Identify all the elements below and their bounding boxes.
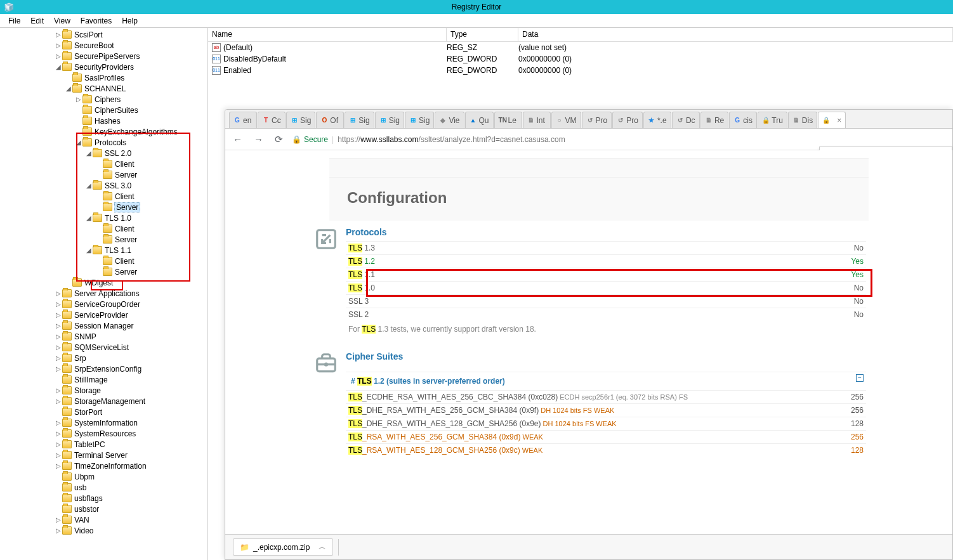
tree-item[interactable]: Hashes bbox=[1, 115, 207, 126]
registry-value-row[interactable]: 011Enabled REG_DWORD 0x00000000 (0) bbox=[208, 65, 953, 76]
tree-item[interactable]: ▷ ServiceGroupOrder bbox=[1, 299, 207, 309]
tree-item[interactable]: ▷ SNMP bbox=[1, 331, 207, 342]
tree-item[interactable]: ◢ TLS 1.1 bbox=[1, 245, 207, 256]
tree-item[interactable]: Client bbox=[1, 191, 207, 202]
tree-item[interactable]: Server bbox=[1, 169, 207, 180]
header-type[interactable]: Type bbox=[447, 28, 518, 41]
tree-item[interactable]: ▷ SystemInformation bbox=[1, 417, 207, 428]
tree-item[interactable]: StorPort bbox=[1, 407, 207, 417]
tree-item[interactable]: ◢ SCHANNEL bbox=[1, 83, 207, 94]
browser-tab[interactable]: ⊞ Sig bbox=[405, 112, 434, 128]
download-item[interactable]: 📁 _.epicxp.com.zip ︿ bbox=[233, 538, 333, 556]
url-bar[interactable]: 🔒 Secure | https://www.ssllabs.com/sslte… bbox=[292, 134, 947, 144]
tree-item[interactable]: Server bbox=[1, 202, 207, 212]
tree-item[interactable]: usbstor bbox=[1, 504, 207, 514]
registry-value-row[interactable]: ab(Default) REG_SZ (value not set) bbox=[208, 42, 953, 53]
expand-toggle[interactable]: ▷ bbox=[55, 311, 62, 318]
browser-tab[interactable]: ⊞ Sig bbox=[345, 112, 374, 128]
browser-tab[interactable]: ⊞ Sig bbox=[286, 112, 315, 128]
browser-tab[interactable]: ◆ Vie bbox=[435, 112, 464, 128]
tree-item[interactable]: ▷ Session Manager bbox=[1, 320, 207, 331]
tree-item[interactable]: ▷ Server Applications bbox=[1, 288, 207, 299]
tree-item[interactable]: ▷ SecureBoot bbox=[1, 40, 207, 51]
tree-item[interactable]: ▷ Terminal Server bbox=[1, 450, 207, 460]
tree-item[interactable]: CipherSuites bbox=[1, 105, 207, 115]
tree-item[interactable]: Client bbox=[1, 159, 207, 169]
expand-toggle[interactable]: ▷ bbox=[55, 430, 62, 437]
tree-item[interactable]: ▷ SystemResources bbox=[1, 428, 207, 439]
expand-toggle[interactable]: ▷ bbox=[55, 333, 62, 340]
tree-item[interactable]: ◢ Protocols bbox=[1, 137, 207, 148]
tree-item[interactable]: ▷ ScsiPort bbox=[1, 29, 207, 40]
expand-toggle[interactable]: ▷ bbox=[55, 301, 62, 308]
tree-item[interactable]: WDigest bbox=[1, 277, 207, 288]
tree-item[interactable]: ◢ TLS 1.0 bbox=[1, 212, 207, 223]
expand-toggle[interactable]: ▷ bbox=[55, 31, 62, 38]
expand-toggle[interactable]: ▷ bbox=[55, 42, 62, 49]
tree-item[interactable]: Client bbox=[1, 256, 207, 266]
tree-item[interactable]: Ubpm bbox=[1, 471, 207, 482]
expand-toggle[interactable]: ◢ bbox=[55, 63, 62, 70]
browser-tab[interactable]: G en bbox=[229, 112, 257, 128]
nav-back[interactable]: ← bbox=[230, 134, 245, 145]
expand-toggle[interactable]: ▷ bbox=[55, 355, 62, 361]
expand-toggle[interactable]: ▷ bbox=[55, 462, 62, 469]
registry-value-row[interactable]: 011DisabledByDefault REG_DWORD 0x0000000… bbox=[208, 53, 953, 65]
expand-toggle[interactable]: ◢ bbox=[65, 85, 72, 92]
tree-item[interactable]: Server bbox=[1, 234, 207, 245]
tree-item[interactable]: ▷ SrpExtensionConfig bbox=[1, 363, 207, 374]
tree-item[interactable]: ▷ SecurePipeServers bbox=[1, 51, 207, 62]
browser-tab[interactable]: 🔒 Tru bbox=[758, 112, 787, 128]
tree-item[interactable]: ▷ Srp bbox=[1, 353, 207, 363]
expand-toggle[interactable]: ◢ bbox=[75, 139, 82, 146]
tree-item[interactable]: usb bbox=[1, 482, 207, 493]
menu-edit[interactable]: Edit bbox=[25, 16, 49, 25]
browser-tab[interactable]: 🗎 Re bbox=[700, 112, 728, 128]
browser-tab[interactable]: ⊞ Sig bbox=[375, 112, 404, 128]
expand-toggle[interactable]: ▷ bbox=[55, 527, 62, 534]
expand-toggle[interactable]: ▷ bbox=[55, 322, 62, 329]
header-data[interactable]: Data bbox=[518, 28, 953, 41]
chevron-up-icon[interactable]: ︿ bbox=[319, 542, 326, 552]
tree-item[interactable]: ▷ StorageManagement bbox=[1, 396, 207, 407]
tree-item[interactable]: KeyExchangeAlgorithms bbox=[1, 126, 207, 137]
expand-toggle[interactable]: ◢ bbox=[85, 150, 93, 157]
browser-tab[interactable]: T Cc bbox=[258, 112, 286, 128]
tree-item[interactable]: ▷ Video bbox=[1, 525, 207, 536]
tree-item[interactable]: ◢ SSL 2.0 bbox=[1, 148, 207, 159]
browser-tab[interactable]: O Of bbox=[316, 112, 344, 128]
expand-toggle[interactable]: ◢ bbox=[85, 182, 93, 189]
tree-item[interactable]: ◢ SecurityProviders bbox=[1, 62, 207, 72]
expand-toggle[interactable]: ▷ bbox=[75, 96, 82, 103]
browser-tab[interactable]: ↺ Pro bbox=[612, 112, 643, 128]
expand-toggle[interactable]: ▷ bbox=[55, 365, 62, 372]
expand-toggle[interactable]: ◢ bbox=[85, 247, 93, 254]
tree-item[interactable]: StillImage bbox=[1, 374, 207, 385]
expand-toggle[interactable]: ▷ bbox=[55, 452, 62, 459]
menu-favorites[interactable]: Favorites bbox=[76, 16, 117, 25]
tree-item[interactable]: ◢ SSL 3.0 bbox=[1, 180, 207, 191]
expand-toggle[interactable]: ▷ bbox=[55, 441, 62, 448]
tree-item[interactable]: Server bbox=[1, 266, 207, 277]
browser-tab[interactable]: ▲ Qu bbox=[465, 112, 494, 128]
close-tab-icon[interactable]: × bbox=[834, 116, 841, 125]
expand-toggle[interactable]: ◢ bbox=[85, 214, 93, 221]
expand-toggle[interactable]: ▷ bbox=[55, 344, 62, 351]
menu-view[interactable]: View bbox=[49, 16, 76, 25]
collapse-icon[interactable]: − bbox=[856, 374, 864, 382]
browser-tab[interactable]: 🔒 × bbox=[818, 112, 846, 128]
expand-toggle[interactable]: ▷ bbox=[55, 290, 62, 297]
browser-tab[interactable]: G cis bbox=[729, 112, 757, 128]
expand-toggle[interactable]: ▷ bbox=[55, 53, 62, 60]
tree-item[interactable]: Client bbox=[1, 223, 207, 234]
nav-forward[interactable]: → bbox=[251, 134, 266, 145]
tree-item[interactable]: ▷ Ciphers bbox=[1, 94, 207, 105]
tree-item[interactable]: ▷ ServiceProvider bbox=[1, 309, 207, 320]
tree-item[interactable]: ▷ VAN bbox=[1, 514, 207, 525]
browser-tab[interactable]: 🗎 Int bbox=[523, 112, 551, 128]
tree-item[interactable]: SaslProfiles bbox=[1, 72, 207, 83]
header-name[interactable]: Name bbox=[208, 28, 447, 41]
secure-indicator[interactable]: 🔒 Secure bbox=[292, 135, 328, 144]
browser-tab[interactable]: ↺ Pro bbox=[582, 112, 612, 128]
tree-item[interactable]: ▷ TabletPC bbox=[1, 439, 207, 450]
